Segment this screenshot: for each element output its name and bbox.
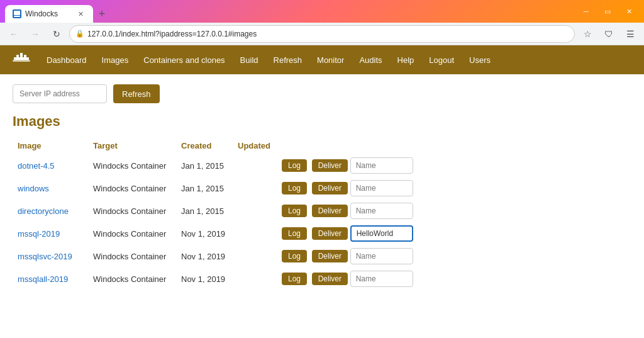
image-link[interactable]: windows [18, 184, 49, 193]
cell-updated [233, 200, 277, 222]
image-link[interactable]: mssqlsvc-2019 [18, 252, 72, 261]
name-input[interactable] [350, 271, 413, 287]
tab-close-button[interactable]: ✕ [75, 9, 86, 19]
cell-updated [233, 154, 277, 177]
address-icon: 🔒 [75, 30, 84, 38]
image-link[interactable]: mssql-2019 [18, 229, 60, 239]
name-input[interactable] [350, 180, 413, 196]
nav-build[interactable]: Build [234, 52, 265, 69]
cell-updated [233, 222, 277, 245]
name-input[interactable] [350, 157, 413, 174]
cell-target: Windocks Container [88, 245, 176, 268]
cell-target: Windocks Container [88, 154, 176, 177]
col-header-actions [277, 137, 631, 154]
cell-updated [233, 268, 277, 290]
reload-button[interactable]: ↻ [48, 25, 65, 43]
back-button[interactable]: ← [5, 25, 23, 43]
deliver-button[interactable]: Deliver [312, 159, 348, 172]
nav-containers[interactable]: Containers and clones [137, 52, 231, 69]
cell-created: Jan 1, 2015 [176, 177, 233, 200]
log-button[interactable]: Log [282, 273, 307, 285]
log-button[interactable]: Log [282, 250, 307, 262]
menu-button[interactable]: ☰ [621, 25, 639, 43]
image-link[interactable]: dotnet-4.5 [18, 161, 55, 171]
tab-title: Windocks [25, 9, 58, 18]
log-button[interactable]: Log [282, 159, 307, 172]
deliver-button[interactable]: Deliver [312, 205, 348, 217]
cell-created: Nov 1, 2019 [176, 222, 233, 245]
col-header-target: Target [88, 137, 176, 154]
cell-actions: Log Deliver [277, 268, 631, 290]
cell-image: mssqlsvc-2019 [13, 245, 88, 268]
nav-audits[interactable]: Audits [353, 52, 388, 69]
refresh-button[interactable]: Refresh [113, 84, 160, 103]
close-button[interactable]: ✕ [619, 5, 639, 18]
tab-bar: Windocks ✕ + [5, 0, 569, 23]
cell-image: mssqlall-2019 [13, 268, 88, 290]
svg-rect-3 [16, 55, 19, 57]
cell-target: Windocks Container [88, 200, 176, 222]
deliver-button[interactable]: Deliver [312, 273, 348, 285]
table-row: windows Windocks Container Jan 1, 2015 L… [13, 177, 631, 200]
svg-rect-4 [24, 55, 26, 57]
svg-rect-6 [13, 60, 30, 62]
browser-titlebar: Windocks ✕ + ─ ▭ ✕ [0, 0, 644, 23]
address-bar-container: 🔒 [69, 25, 575, 43]
cell-target: Windocks Container [88, 177, 176, 200]
table-row: directoryclone Windocks Container Jan 1,… [13, 200, 631, 222]
server-ip-input[interactable] [13, 84, 107, 103]
nav-refresh[interactable]: Refresh [267, 52, 309, 69]
nav-monitor[interactable]: Monitor [311, 52, 350, 69]
app-logo [10, 48, 33, 71]
svg-rect-0 [14, 11, 20, 15]
cell-updated [233, 177, 277, 200]
cell-target: Windocks Container [88, 268, 176, 290]
tab-favicon [13, 9, 21, 18]
nav-dashboard[interactable]: Dashboard [40, 52, 93, 69]
name-input[interactable] [350, 203, 413, 219]
browser-controls: ← → ↻ 🔒 ☆ 🛡 ☰ [0, 23, 644, 45]
image-link[interactable]: mssqlall-2019 [18, 274, 68, 284]
cell-created: Jan 1, 2015 [176, 200, 233, 222]
table-row: mssqlall-2019 Windocks Container Nov 1, … [13, 268, 631, 290]
col-header-image: Image [13, 137, 88, 154]
images-table: Image Target Created Updated dotnet-4.5 … [13, 137, 631, 290]
address-bar[interactable] [69, 25, 575, 43]
top-bar: Refresh [13, 84, 631, 103]
name-input[interactable] [350, 225, 413, 242]
deliver-button[interactable]: Deliver [312, 250, 348, 262]
name-input[interactable] [350, 248, 413, 264]
app-navbar: Dashboard Images Containers and clones B… [0, 45, 644, 74]
deliver-button[interactable]: Deliver [312, 227, 348, 240]
cell-image: mssql-2019 [13, 222, 88, 245]
log-button[interactable]: Log [282, 227, 307, 240]
cell-actions: Log Deliver [277, 154, 631, 177]
cell-target: Windocks Container [88, 222, 176, 245]
bookmark-button[interactable]: ☆ [579, 25, 596, 43]
cell-actions: Log Deliver [277, 222, 631, 245]
nav-users[interactable]: Users [463, 52, 497, 69]
nav-images[interactable]: Images [96, 52, 135, 69]
image-link[interactable]: directoryclone [18, 206, 69, 216]
nav-logout[interactable]: Logout [423, 52, 460, 69]
svg-rect-1 [14, 16, 20, 17]
window-controls: ─ ▭ ✕ [576, 5, 639, 18]
maximize-button[interactable]: ▭ [597, 5, 618, 18]
main-content: Refresh Images Image Target Created Upda… [0, 74, 644, 338]
cell-updated [233, 245, 277, 268]
minimize-button[interactable]: ─ [576, 5, 596, 18]
forward-button[interactable]: → [26, 25, 44, 43]
table-row: mssql-2019 Windocks Container Nov 1, 201… [13, 222, 631, 245]
svg-rect-5 [20, 53, 23, 57]
svg-rect-2 [14, 57, 29, 60]
log-button[interactable]: Log [282, 182, 307, 194]
log-button[interactable]: Log [282, 205, 307, 217]
active-tab[interactable]: Windocks ✕ [5, 5, 93, 23]
nav-help[interactable]: Help [391, 52, 421, 69]
deliver-button[interactable]: Deliver [312, 182, 348, 194]
table-row: dotnet-4.5 Windocks Container Jan 1, 201… [13, 154, 631, 177]
cell-created: Nov 1, 2019 [176, 245, 233, 268]
extensions-button[interactable]: 🛡 [600, 25, 618, 43]
page-title: Images [13, 113, 631, 130]
new-tab-button[interactable]: + [93, 5, 111, 23]
